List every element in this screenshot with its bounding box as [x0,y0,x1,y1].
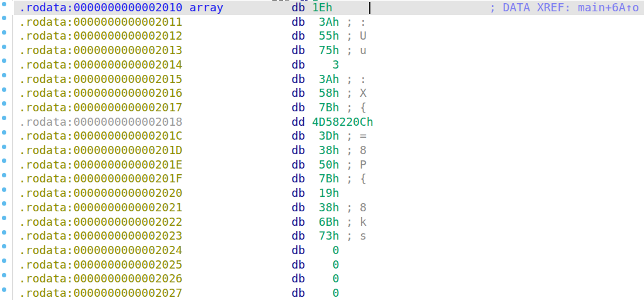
operand-value: 3Ah [305,15,339,28]
listing-row[interactable]: .rodata:0000000000002027 db 0 [0,286,644,300]
address-prefix[interactable]: .rodata:000000000000201E [19,158,182,171]
data-directive: db [291,86,305,99]
char-comment: ; { [346,101,367,114]
listing-row[interactable]: .rodata:000000000000201F db 7Bh ; { [0,172,644,186]
operand-value: 73h [305,229,339,242]
char-comment: ; u [346,43,367,57]
operand-value: 0 [305,258,339,271]
address-prefix[interactable]: .rodata:0000000000002022 [19,215,182,228]
address-prefix[interactable]: .rodata:000000000000201D [19,143,182,157]
listing-row[interactable]: .rodata:0000000000002026 db 0 [0,272,644,286]
data-directive: db [291,172,305,185]
data-label[interactable]: array [189,1,223,14]
data-directive: db [291,215,305,228]
address-prefix[interactable]: .rodata:0000000000002010 [19,1,182,14]
address-prefix[interactable]: .rodata:0000000000002012 [19,29,182,42]
listing-row[interactable]: .rodata:0000000000002016 db 58h ; X [0,86,644,101]
operand-value: 1Eh [305,1,332,14]
address-prefix[interactable]: .rodata:0000000000002011 [19,15,182,28]
disassembly-view: .rodata:0000000000002010 array db 1Eh ; … [0,0,644,300]
address-prefix[interactable]: .rodata:0000000000002016 [19,86,182,99]
listing-row[interactable]: .rodata:000000000000201C db 3Dh ; = [0,129,644,143]
item-marker-dot [2,130,6,135]
listing-row[interactable]: .rodata:0000000000002021 db 38h ; 8 [0,201,644,215]
text-caret [369,2,370,14]
listing-row[interactable]: .rodata:0000000000002023 db 73h ; s [0,229,644,243]
operand-value: 3Dh [305,129,339,142]
address-prefix[interactable]: .rodata:0000000000002024 [19,243,182,257]
item-marker-dot [2,230,6,235]
item-marker-dot [2,45,6,49]
item-marker-dot [2,273,6,277]
operand-value: 75h [305,43,339,57]
char-comment: ; X [346,86,367,99]
item-marker-dot [2,2,6,6]
address-prefix[interactable]: .rodata:0000000000002023 [19,229,182,242]
item-marker-dot [2,187,6,192]
data-directive: db [291,229,305,242]
data-directive: db [291,158,305,171]
address-prefix[interactable]: .rodata:0000000000002013 [19,43,182,57]
item-marker-dot [2,145,6,149]
listing-row[interactable]: .rodata:0000000000002015 db 3Ah ; : [0,72,644,87]
item-marker-dot [2,287,6,292]
data-directive: db [291,186,305,199]
xref-comment[interactable]: ; DATA XREF: main+6A↑o [489,1,639,14]
listing-row[interactable]: .rodata:0000000000002025 db 0 [0,258,644,272]
data-directive: db [291,43,305,57]
address-prefix[interactable]: .rodata:0000000000002026 [19,272,182,285]
address-prefix[interactable]: .rodata:0000000000002025 [19,258,182,271]
operand-value: 0 [305,286,339,299]
listing-row[interactable]: .rodata:0000000000002024 db 0 [0,243,644,258]
operand-value: 4D58220Ch [305,115,373,128]
operand-value: 58h [305,86,339,99]
address-prefix[interactable]: .rodata:0000000000002018 [19,115,182,128]
data-directive: db [291,143,305,157]
operand-value: 38h [305,143,339,157]
operand-value: 55h [305,29,339,42]
data-directive: db [291,129,305,142]
operand-value: 38h [305,201,339,214]
item-marker-dot [2,87,6,92]
address-prefix[interactable]: .rodata:0000000000002020 [19,186,182,199]
listing-row[interactable]: .rodata:0000000000002020 db 19h [0,186,644,201]
operand-value: 7Bh [305,172,339,185]
listing-row[interactable]: .rodata:0000000000002014 db 3 [0,58,644,72]
char-comment: ; U [346,29,367,42]
operand-value: 0 [305,272,339,285]
item-marker-dot [2,173,6,177]
char-comment: ; : [346,15,367,28]
data-directive: db [291,286,305,299]
char-comment: ; 8 [346,143,367,157]
listing-row[interactable]: .rodata:0000000000002018 dd 4D58220Ch [0,115,644,130]
data-directive: db [291,101,305,114]
listing-row[interactable]: .rodata:0000000000002022 db 6Bh ; k [0,215,644,230]
operand-value: 0 [305,243,339,257]
address-prefix[interactable]: .rodata:000000000000201F [19,172,182,185]
address-prefix[interactable]: .rodata:0000000000002014 [19,58,182,71]
char-comment: ; P [346,158,367,171]
address-prefix[interactable]: .rodata:0000000000002021 [19,201,182,214]
char-comment: ; k [346,215,367,228]
address-prefix[interactable]: .rodata:0000000000002015 [19,72,182,86]
listing-row[interactable]: .rodata:0000000000002012 db 55h ; U [0,29,644,43]
address-prefix[interactable]: .rodata:000000000000201C [19,129,182,142]
operand-value: 7Bh [305,101,339,114]
listing-row[interactable]: .rodata:000000000000201D db 38h ; 8 [0,143,644,158]
listing-row[interactable]: .rodata:000000000000201E db 50h ; P [0,158,644,172]
address-prefix[interactable]: .rodata:0000000000002017 [19,101,182,114]
char-comment: ; 8 [346,201,367,214]
item-marker-dot [2,216,6,220]
data-directive: db [291,243,305,257]
listing-row[interactable]: .rodata:0000000000002010 array db 1Eh ; … [0,1,644,15]
operand-value: 3Ah [305,72,339,86]
data-directive: db [291,29,305,42]
data-directive: db [291,201,305,214]
operand-value: 19h [305,186,339,199]
listing-row[interactable]: .rodata:0000000000002017 db 7Bh ; { [0,101,644,115]
listing-row[interactable]: .rodata:0000000000002011 db 3Ah ; : [0,15,644,30]
char-comment: ; { [346,172,367,185]
address-prefix[interactable]: .rodata:0000000000002027 [19,286,182,299]
listing-row[interactable]: .rodata:0000000000002013 db 75h ; u [0,43,644,58]
data-directive: db [291,58,305,71]
